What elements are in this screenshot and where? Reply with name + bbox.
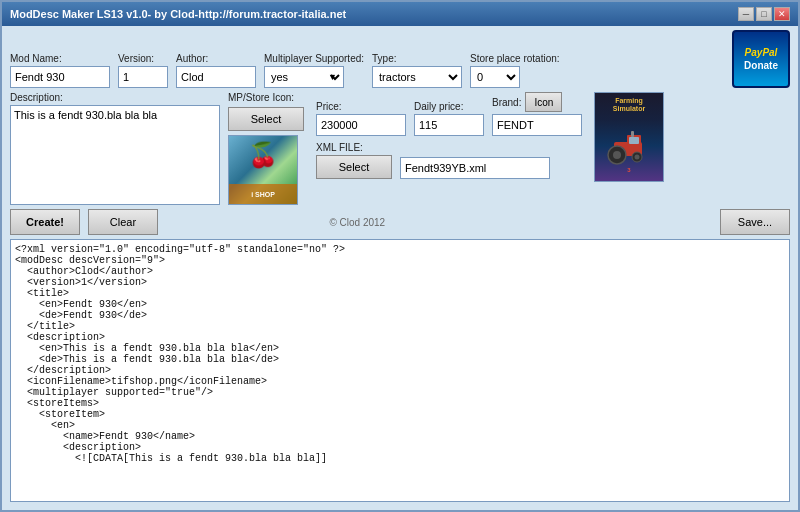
description-textarea[interactable]: [10, 105, 220, 205]
price-row: Price: Daily price: Brand: Icon: [316, 92, 582, 136]
fs-title: FarmingSimulator: [597, 97, 661, 114]
type-label: Type:: [372, 53, 462, 64]
title-bar: ModDesc Maker LS13 v1.0- by Clod-http://…: [2, 2, 798, 26]
bottom-section: <?xml version="1.0" encoding="utf-8" sta…: [10, 239, 790, 502]
mod-name-label: Mod Name:: [10, 53, 110, 64]
select-icon-button[interactable]: Select: [228, 107, 304, 131]
window-title: ModDesc Maker LS13 v1.0- by Clod-http://…: [10, 8, 346, 20]
brand-group: Brand: Icon: [492, 92, 582, 136]
mp-store-section: MP/Store Icon: Select 🍒 i SHOP: [228, 92, 304, 205]
daily-price-group: Daily price:: [414, 101, 484, 136]
price-group: Price:: [316, 101, 406, 136]
middle-row: Description: MP/Store Icon: Select 🍒 i S…: [10, 92, 790, 205]
version-input[interactable]: [118, 66, 168, 88]
shop-icon-img: 🍒 i SHOP: [229, 136, 297, 204]
svg-point-4: [613, 151, 621, 159]
paypal-logo: PayPal: [745, 47, 778, 58]
author-group: Author:: [176, 53, 256, 88]
fs-title-area: FarmingSimulator: [597, 97, 661, 114]
description-area: Description:: [10, 92, 220, 205]
brand-label: Brand:: [492, 97, 521, 108]
daily-price-input[interactable]: [414, 114, 484, 136]
cherries-icon: 🍒: [248, 141, 278, 169]
close-button[interactable]: ✕: [774, 7, 790, 21]
author-label: Author:: [176, 53, 256, 64]
store-rotation-label: Store place rotation:: [470, 53, 560, 64]
svg-rect-2: [629, 137, 639, 144]
main-window: ModDesc Maker LS13 v1.0- by Clod-http://…: [0, 0, 800, 512]
version-label: Version:: [118, 53, 168, 64]
content-area: Mod Name: Version: Author: Multiplayer S…: [2, 26, 798, 510]
fs-badge: 3: [597, 167, 661, 173]
action-row: Create! Clear © Clod 2012 Save...: [10, 209, 790, 235]
shop-icon-preview: 🍒 i SHOP: [228, 135, 298, 205]
paypal-donate: Donate: [744, 60, 778, 71]
svg-rect-7: [631, 131, 634, 137]
xml-scroll-area[interactable]: <?xml version="1.0" encoding="utf-8" sta…: [11, 240, 789, 501]
maximize-button[interactable]: □: [756, 7, 772, 21]
fs-box-cover: FarmingSimulator: [594, 92, 664, 182]
price-input[interactable]: [316, 114, 406, 136]
minimize-button[interactable]: ─: [738, 7, 754, 21]
xml-wrapper: <?xml version="1.0" encoding="utf-8" sta…: [10, 239, 790, 502]
icon-button[interactable]: Icon: [525, 92, 562, 112]
copyright-text: © Clod 2012: [329, 217, 385, 228]
window-controls: ─ □ ✕: [738, 7, 790, 21]
xml-file-group: XML FILE: Select: [316, 142, 392, 179]
mod-name-group: Mod Name:: [10, 53, 110, 88]
mp-select[interactable]: yes no: [264, 66, 344, 88]
description-label: Description:: [10, 92, 220, 103]
tractor-svg: [599, 127, 659, 167]
svg-point-6: [635, 155, 640, 160]
create-button[interactable]: Create!: [10, 209, 80, 235]
store-rotation-select[interactable]: 0 1 2: [470, 66, 520, 88]
mp-group: Multiplayer Supported: yes no ▼: [264, 53, 364, 88]
xml-output: <?xml version="1.0" encoding="utf-8" sta…: [15, 244, 785, 464]
top-row: Mod Name: Version: Author: Multiplayer S…: [10, 34, 790, 88]
xml-filename-input[interactable]: [400, 157, 550, 179]
paypal-button[interactable]: PayPal Donate: [732, 30, 790, 88]
type-select[interactable]: tractors tools objects other: [372, 66, 462, 88]
version-group: Version:: [118, 53, 168, 88]
type-group: Type: tractors tools objects other: [372, 53, 462, 88]
xml-file-label: XML FILE:: [316, 142, 392, 153]
mp-store-icon-label: MP/Store Icon:: [228, 92, 304, 103]
fs-box-bg: FarmingSimulator: [595, 93, 663, 181]
save-button[interactable]: Save...: [720, 209, 790, 235]
price-label: Price:: [316, 101, 406, 112]
mod-name-input[interactable]: [10, 66, 110, 88]
daily-price-label: Daily price:: [414, 101, 484, 112]
xml-filename-group: [400, 157, 550, 179]
brand-input[interactable]: [492, 114, 582, 136]
shop-label: i SHOP: [251, 191, 275, 198]
xml-row: XML FILE: Select: [316, 142, 582, 179]
store-rotation-group: Store place rotation: 0 1 2: [470, 53, 560, 88]
author-input[interactable]: [176, 66, 256, 88]
select-xml-button[interactable]: Select: [316, 155, 392, 179]
mp-label: Multiplayer Supported:: [264, 53, 364, 64]
right-fields: Price: Daily price: Brand: Icon: [316, 92, 582, 179]
clear-button[interactable]: Clear: [88, 209, 158, 235]
